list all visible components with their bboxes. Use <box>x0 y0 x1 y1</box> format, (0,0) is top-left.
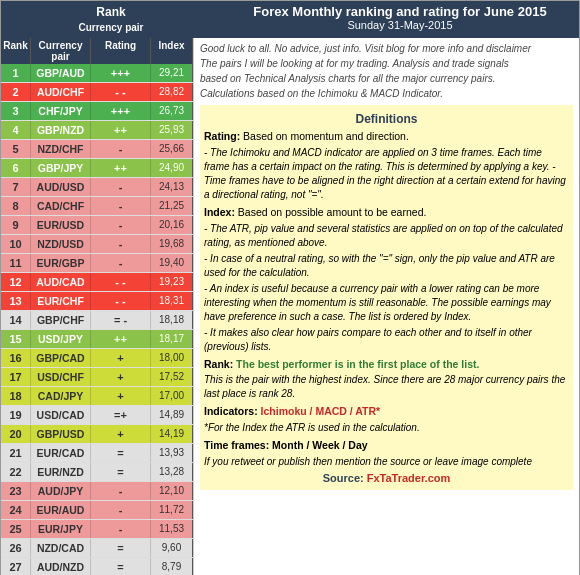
cell-rating: - <box>91 197 151 215</box>
cell-rating: - <box>91 216 151 234</box>
cell-rank: 27 <box>1 558 31 575</box>
cell-rating: = <box>91 539 151 557</box>
cell-index: 25,93 <box>151 121 193 139</box>
cell-rank: 23 <box>1 482 31 500</box>
cell-index: 24,13 <box>151 178 193 196</box>
table-row: 11 EUR/GBP - 19,40 <box>1 254 193 273</box>
cell-pair: AUD/USD <box>31 178 91 196</box>
cell-rating: - - <box>91 83 151 101</box>
table-row: 12 AUD/CAD - - 19,23 <box>1 273 193 292</box>
table-row: 20 GBP/USD + 14,19 <box>1 425 193 444</box>
rank-def-title: Rank: The best performer is in the first… <box>204 357 569 372</box>
cell-index: 8,79 <box>151 558 193 575</box>
col-pair-header: Currencypair <box>31 38 91 64</box>
intro-line-3: based on Technical Analysis charts for a… <box>200 72 573 86</box>
cell-index: 14,89 <box>151 406 193 424</box>
source-link: FxTaTrader.com <box>367 472 451 484</box>
main-content: Rank Currencypair Rating Index 1 GBP/AUD… <box>1 38 579 575</box>
retweet-note: If you retweet or publish then mention t… <box>204 455 569 469</box>
cell-rank: 14 <box>1 311 31 329</box>
cell-rank: 25 <box>1 520 31 538</box>
table-row: 10 NZD/USD - 19,68 <box>1 235 193 254</box>
table-row: 18 CAD/JPY + 17,00 <box>1 387 193 406</box>
cell-rank: 19 <box>1 406 31 424</box>
cell-rating: - <box>91 482 151 500</box>
cell-pair: AUD/JPY <box>31 482 91 500</box>
table-row: 25 EUR/JPY - 11,53 <box>1 520 193 539</box>
table-row: 26 NZD/CAD = 9,60 <box>1 539 193 558</box>
rank-label: Rank <box>78 5 143 21</box>
cell-rating: - <box>91 140 151 158</box>
page-title: Forex Monthly ranking and rating for Jun… <box>227 4 573 19</box>
indicators-note: *For the Index the ATR is used in the ca… <box>204 421 569 435</box>
rank-desc: The best performer is in the first place… <box>236 358 479 370</box>
cell-index: 18,17 <box>151 330 193 348</box>
cell-index: 25,66 <box>151 140 193 158</box>
cell-pair: GBP/USD <box>31 425 91 443</box>
cell-index: 18,31 <box>151 292 193 310</box>
pair-label: Currency pair <box>78 21 143 34</box>
cell-index: 18,00 <box>151 349 193 367</box>
cell-pair: CAD/CHF <box>31 197 91 215</box>
cell-rank: 26 <box>1 539 31 557</box>
cell-index: 17,52 <box>151 368 193 386</box>
cell-pair: USD/CAD <box>31 406 91 424</box>
cell-pair: EUR/AUD <box>31 501 91 519</box>
cell-rank: 12 <box>1 273 31 291</box>
cell-rating: = <box>91 444 151 462</box>
index-detail-3: - An index is useful because a currency … <box>204 282 569 324</box>
header-left-label: Rank Currency pair <box>1 1 221 38</box>
cell-rank: 21 <box>1 444 31 462</box>
cell-index: 21,25 <box>151 197 193 215</box>
cell-rank: 20 <box>1 425 31 443</box>
cell-pair: GBP/CAD <box>31 349 91 367</box>
table-row: 3 CHF/JPY +++ 26,73 <box>1 102 193 121</box>
table-section: Rank Currencypair Rating Index 1 GBP/AUD… <box>1 38 194 575</box>
cell-rank: 7 <box>1 178 31 196</box>
cell-index: 20,16 <box>151 216 193 234</box>
cell-rating: - <box>91 235 151 253</box>
cell-pair: NZD/USD <box>31 235 91 253</box>
cell-pair: NZD/CHF <box>31 140 91 158</box>
cell-rating: - <box>91 520 151 538</box>
col-rating-header: Rating <box>91 38 151 64</box>
col-index-header: Index <box>151 38 193 64</box>
intro-line-1: Good luck to all. No advice, just info. … <box>200 42 573 56</box>
cell-rank: 22 <box>1 463 31 481</box>
cell-index: 13,93 <box>151 444 193 462</box>
cell-pair: GBP/JPY <box>31 159 91 177</box>
cell-rating: - <box>91 501 151 519</box>
cell-index: 14,19 <box>151 425 193 443</box>
cell-rating: ++ <box>91 121 151 139</box>
table-row: 8 CAD/CHF - 21,25 <box>1 197 193 216</box>
cell-rank: 11 <box>1 254 31 272</box>
table-row: 9 EUR/USD - 20,16 <box>1 216 193 235</box>
info-section: Good luck to all. No advice, just info. … <box>194 38 579 575</box>
cell-pair: EUR/CHF <box>31 292 91 310</box>
table-row: 15 USD/JPY ++ 18,17 <box>1 330 193 349</box>
cell-pair: CAD/JPY <box>31 387 91 405</box>
cell-pair: NZD/CAD <box>31 539 91 557</box>
cell-index: 18,18 <box>151 311 193 329</box>
table-row: 5 NZD/CHF - 25,66 <box>1 140 193 159</box>
cell-rating: - <box>91 178 151 196</box>
cell-rating: ++ <box>91 159 151 177</box>
cell-index: 11,53 <box>151 520 193 538</box>
cell-rank: 5 <box>1 140 31 158</box>
cell-rating: - - <box>91 292 151 310</box>
index-detail-4: - It makes also clear how pairs compare … <box>204 326 569 354</box>
cell-rating: + <box>91 349 151 367</box>
intro-line-4: Calculations based on the Ichimoku & MAC… <box>200 87 573 101</box>
definitions-title: Definitions <box>204 111 569 128</box>
intro-line-2: The pairs I will be looking at for my tr… <box>200 57 573 71</box>
table-row: 16 GBP/CAD + 18,00 <box>1 349 193 368</box>
cell-rating: ++ <box>91 330 151 348</box>
cell-rating: +++ <box>91 102 151 120</box>
header-right: Forex Monthly ranking and rating for Jun… <box>221 1 579 38</box>
table-row: 1 GBP/AUD +++ 29,21 <box>1 64 193 83</box>
rank-detail: This is the pair with the highest index.… <box>204 373 569 401</box>
cell-pair: EUR/JPY <box>31 520 91 538</box>
cell-rating: = - <box>91 311 151 329</box>
rating-detail: - The Ichimoku and MACD indicator are ap… <box>204 146 569 202</box>
cell-index: 12,10 <box>151 482 193 500</box>
